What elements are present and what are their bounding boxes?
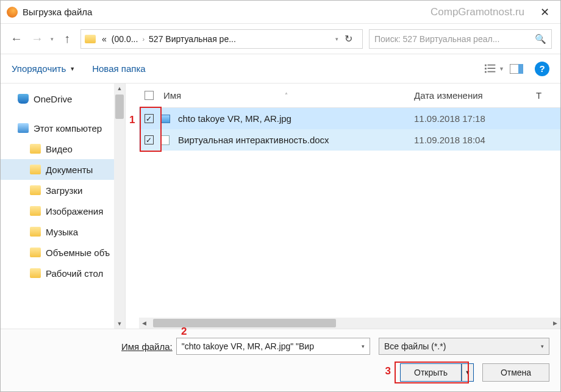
sidebar-item[interactable]: Музыка <box>1 221 125 242</box>
folder-icon <box>30 268 41 278</box>
scroll-thumb[interactable] <box>153 319 336 327</box>
sidebar-item-label: Документы <box>46 165 93 175</box>
file-date: 11.09.2018 18:04 <box>414 135 536 145</box>
svg-rect-5 <box>488 71 496 72</box>
svg-rect-1 <box>488 64 496 65</box>
forward-button[interactable]: → <box>30 32 45 46</box>
open-button-group: Открыть ▼ <box>400 363 474 382</box>
sidebar-item[interactable]: Объемные объ <box>1 242 125 263</box>
sidebar-item[interactable]: Рабочий стол <box>1 263 125 283</box>
folder-icon <box>30 165 41 174</box>
chevron-down-icon[interactable]: ▾ <box>362 343 365 349</box>
sidebar-item[interactable]: Видео <box>1 138 125 159</box>
preview-pane-button[interactable] <box>507 60 526 77</box>
folder-icon <box>30 206 41 216</box>
body: OneDriveЭтот компьютерВидеоДокументыЗагр… <box>1 84 560 329</box>
history-dropdown[interactable]: ▾ <box>51 36 54 42</box>
annotation-number: 2 <box>181 326 187 338</box>
sidebar-scrollbar[interactable]: ▲ ▼ <box>114 84 125 329</box>
row-checkbox[interactable]: ✓ <box>139 135 159 144</box>
breadcrumb[interactable]: « (00.0... › 527 Виртуальная ре... ▾ ↻ <box>80 29 363 49</box>
sidebar-item-label: OneDrive <box>34 94 72 104</box>
back-button[interactable]: ← <box>9 32 24 46</box>
search-icon: 🔍 <box>535 34 546 45</box>
folder-icon <box>85 35 96 43</box>
file-name: chto takoye VR, MR, AR.jpg <box>172 113 414 124</box>
file-row[interactable]: ✓Виртуальная интерактивность.docx11.09.2… <box>139 129 560 151</box>
file-date: 11.09.2018 17:18 <box>414 113 536 124</box>
sidebar-item[interactable]: Этот компьютер <box>1 118 125 138</box>
path-sep: « <box>99 34 109 44</box>
column-headers: Имя ˄ Дата изменения Т <box>139 84 560 108</box>
horizontal-scrollbar[interactable]: ◀ ▶ <box>139 318 560 329</box>
chevron-down-icon: ▼ <box>70 66 75 72</box>
scroll-thumb[interactable] <box>115 94 124 119</box>
folder-icon <box>30 144 41 154</box>
sort-indicator-icon: ˄ <box>285 92 288 99</box>
scroll-left-icon[interactable]: ◀ <box>139 320 149 326</box>
sidebar-item-label: Рабочий стол <box>46 268 103 279</box>
refresh-button[interactable]: ↻ <box>338 33 359 45</box>
sidebar-item-label: Объемные объ <box>46 248 110 258</box>
onedrive-icon <box>18 94 29 104</box>
file-name: Виртуальная интерактивность.docx <box>172 135 414 145</box>
open-dropdown[interactable]: ▼ <box>462 363 474 382</box>
sidebar-item-label: Этот компьютер <box>34 123 102 134</box>
up-button[interactable]: ↑ <box>60 32 74 46</box>
svg-rect-7 <box>518 64 523 74</box>
bottom-panel: 2 Имя файла: "chto takoye VR, MR, AR.jpg… <box>1 329 560 392</box>
new-folder-button[interactable]: Новая папка <box>92 63 145 74</box>
sidebar-item-label: Видео <box>46 144 73 154</box>
svg-rect-3 <box>488 68 496 69</box>
sidebar-item[interactable]: Изображения <box>1 201 125 221</box>
annotation-number: 3 <box>385 365 391 377</box>
svg-rect-0 <box>485 64 487 66</box>
folder-icon <box>30 185 41 195</box>
firefox-icon <box>7 7 18 18</box>
titlebar: Выгрузка файла CompGramotnost.ru ✕ <box>1 1 560 24</box>
toolbar: Упорядочить ▼ Новая папка ▼ ? <box>1 54 560 84</box>
scroll-up-icon[interactable]: ▲ <box>117 84 123 93</box>
filetype-select[interactable]: Все файлы (*.*) ▾ <box>379 338 549 355</box>
sidebar-item[interactable]: OneDrive <box>1 88 125 109</box>
scroll-down-icon[interactable]: ▼ <box>117 319 123 329</box>
sidebar: OneDriveЭтот компьютерВидеоДокументыЗагр… <box>1 84 126 329</box>
filename-input[interactable]: "chto takoye VR, MR, AR.jpg" "Вир ▾ <box>176 338 370 355</box>
path-segment[interactable]: (00.0... <box>109 34 141 44</box>
cancel-button[interactable]: Отмена <box>482 363 549 382</box>
organize-menu[interactable]: Упорядочить ▼ <box>12 63 75 74</box>
filename-label: Имя файла: <box>121 341 173 352</box>
svg-rect-2 <box>485 68 487 69</box>
doc-file-icon <box>159 135 172 145</box>
folder-icon <box>30 227 41 237</box>
annotation-number: 1 <box>129 114 135 126</box>
search-input[interactable]: Поиск: 527 Виртуальная реал... 🔍 <box>369 29 552 49</box>
chevron-down-icon[interactable]: ▾ <box>541 343 544 349</box>
watermark: CompGramotnost.ru <box>431 6 524 18</box>
column-type-header[interactable]: Т <box>536 90 548 101</box>
nav-row: ← → ▾ ↑ « (00.0... › 527 Виртуальная ре.… <box>1 24 560 54</box>
svg-rect-4 <box>485 71 487 73</box>
image-file-icon <box>159 115 172 123</box>
sidebar-item[interactable]: Документы <box>1 159 125 180</box>
open-button[interactable]: Открыть <box>400 363 462 382</box>
file-list-pane: Имя ˄ Дата изменения Т 1 ✓chto takoye VR… <box>139 84 560 329</box>
sidebar-item-label: Изображения <box>46 206 103 216</box>
view-options-button[interactable]: ▼ <box>485 60 504 77</box>
close-button[interactable]: ✕ <box>535 3 554 21</box>
sidebar-item[interactable]: Загрузки <box>1 180 125 201</box>
help-button[interactable]: ? <box>535 62 549 76</box>
window-title: Выгрузка файла <box>23 7 92 17</box>
sidebar-item-label: Загрузки <box>46 185 82 196</box>
pc-icon <box>18 123 29 133</box>
scroll-right-icon[interactable]: ▶ <box>550 320 560 326</box>
folder-icon <box>30 248 41 257</box>
sidebar-item-label: Музыка <box>46 227 78 237</box>
file-row[interactable]: ✓chto takoye VR, MR, AR.jpg11.09.2018 17… <box>139 108 560 129</box>
row-checkbox[interactable]: ✓ <box>139 114 159 123</box>
path-segment[interactable]: 527 Виртуальная ре... <box>146 34 238 44</box>
column-name-header[interactable]: Имя ˄ <box>159 90 414 101</box>
column-date-header[interactable]: Дата изменения <box>414 90 536 101</box>
select-all-checkbox[interactable] <box>139 91 159 100</box>
search-placeholder: Поиск: 527 Виртуальная реал... <box>374 34 531 44</box>
